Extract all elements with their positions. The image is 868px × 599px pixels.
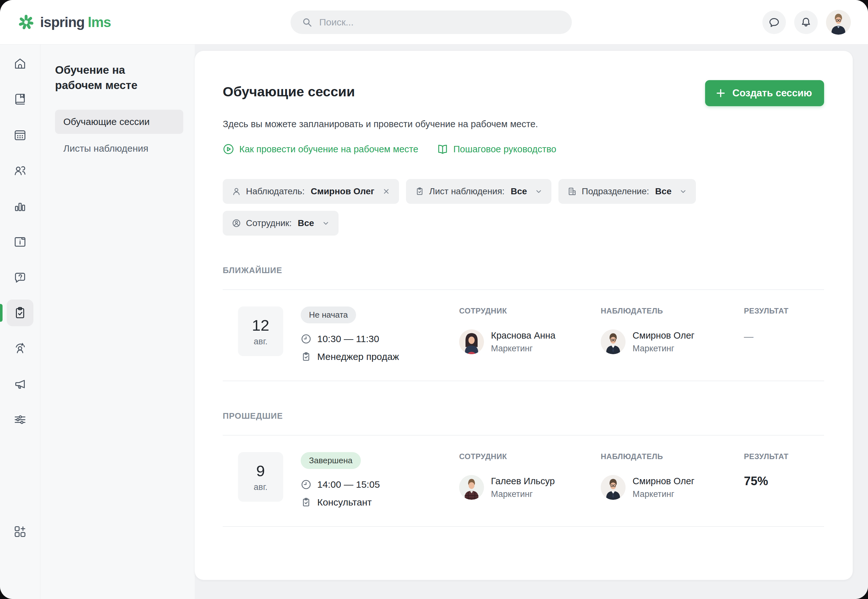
book-open-icon: [437, 143, 448, 155]
column-header-result: РЕЗУЛЬТАТ: [744, 452, 824, 461]
filter-department[interactable]: Подразделение:Все: [559, 179, 696, 204]
observer-name: Смирнов Олег: [633, 330, 694, 341]
employee-name: Галеев Ильсур: [491, 476, 555, 486]
checklist-icon: [415, 187, 424, 196]
column-header-observer: НАБЛЮДАТЕЛЬ: [601, 452, 744, 461]
chevron-down-icon: [322, 220, 330, 227]
panel-item-training-sessions[interactable]: Обучающие сессии: [55, 110, 183, 134]
sidebar-item-home[interactable]: [7, 50, 33, 77]
department-icon: [567, 187, 577, 196]
session-result: 75%: [744, 474, 824, 488]
icon-rail: [0, 45, 41, 599]
employee-name: Краснова Анна: [491, 330, 556, 341]
search-input[interactable]: [319, 17, 561, 28]
logo-flower-icon: [18, 14, 34, 30]
employee-department: Маркетинг: [491, 489, 555, 499]
session-result: —: [744, 331, 824, 342]
home-icon: [13, 56, 27, 71]
sidebar-item-questions[interactable]: [7, 264, 33, 290]
employee-person[interactable]: Галеев Ильсур Маркетинг: [459, 475, 601, 500]
user-avatar-image: [826, 10, 851, 35]
app-window: ispringlms: [0, 0, 868, 599]
sidebar-item-announcements[interactable]: [7, 371, 33, 397]
module-panel: Обучение на рабочем месте Обучающие сесс…: [41, 45, 195, 599]
page-subtitle: Здесь вы можете запланировать и провести…: [223, 119, 824, 129]
session-time: 10:30 — 11:30: [301, 334, 459, 344]
panel-item-observation-checklists[interactable]: Листы наблюдения: [55, 136, 183, 161]
bar-chart-icon: [13, 199, 27, 213]
session-row[interactable]: 12 авг. Не начата 10:3: [223, 290, 824, 381]
messages-button[interactable]: [762, 11, 786, 34]
employee-person[interactable]: Краснова Анна Маркетинг: [459, 330, 601, 354]
employee-circle-icon: [232, 218, 241, 228]
search-icon: [301, 17, 313, 28]
session-date: 9 авг.: [238, 452, 283, 502]
observer-department: Маркетинг: [633, 489, 694, 499]
status-badge: Не начата: [301, 307, 356, 324]
how-to-video-link[interactable]: Как провести обучение на рабочем месте: [223, 143, 418, 155]
section-past-label: ПРОШЕДШИЕ: [223, 411, 824, 421]
calendar-icon: [13, 128, 27, 142]
global-search: [290, 11, 572, 34]
observer-avatar: [601, 330, 625, 354]
sidebar-item-news[interactable]: [7, 228, 33, 255]
observer-person[interactable]: Смирнов Олег Маркетинг: [601, 330, 744, 354]
column-header-observer: НАБЛЮДАТЕЛЬ: [601, 307, 744, 315]
person-gauge-icon: [13, 341, 27, 356]
observer-department: Маркетинг: [633, 344, 694, 354]
page-title: Обучающие сессии: [223, 84, 355, 99]
megaphone-icon: [13, 377, 27, 391]
logo-wordmark: ispringlms: [40, 14, 111, 30]
sidebar-item-users[interactable]: [7, 157, 33, 184]
employee-avatar: [459, 330, 484, 354]
sidebar-item-library[interactable]: [7, 86, 33, 113]
chevron-down-icon: [679, 188, 687, 195]
book-icon: [13, 92, 27, 107]
notifications-button[interactable]: [794, 11, 818, 34]
filter-employee[interactable]: Сотрудник:Все: [223, 211, 338, 236]
chat-bubble-icon: [768, 16, 780, 29]
sidebar-item-performance[interactable]: [7, 335, 33, 362]
section-upcoming-label: БЛИЖАЙШИЕ: [223, 265, 824, 275]
column-header-result: РЕЗУЛЬТАТ: [744, 307, 824, 315]
user-avatar[interactable]: [826, 10, 851, 35]
remove-filter-icon[interactable]: [382, 188, 390, 195]
person-icon: [232, 187, 241, 196]
sidebar-item-reports[interactable]: [7, 193, 33, 220]
sidebar-item-apps[interactable]: [7, 518, 33, 545]
filter-observer[interactable]: Наблюдатель:Смирнов Олег: [223, 179, 399, 204]
session-checklist: Менеджер продаж: [301, 351, 459, 362]
plus-icon: [715, 88, 726, 99]
step-by-step-guide-link[interactable]: Пошаговое руководство: [437, 143, 557, 155]
observer-person[interactable]: Смирнов Олег Маркетинг: [601, 475, 744, 500]
sidebar-item-calendar[interactable]: [7, 122, 33, 148]
bell-icon: [800, 16, 812, 29]
question-bubble-icon: [13, 270, 27, 284]
observer-avatar: [601, 475, 625, 500]
session-time: 14:00 — 15:05: [301, 479, 459, 490]
session-checklist: Консультант: [301, 497, 459, 508]
main-area: Обучающие сессии Создать сессию Здесь вы…: [195, 45, 868, 599]
filters: Наблюдатель:Смирнов Олег: [223, 179, 824, 236]
create-session-button[interactable]: Создать сессию: [705, 80, 824, 106]
employee-department: Маркетинг: [491, 344, 556, 354]
chevron-down-icon: [535, 188, 542, 195]
checklist-icon: [301, 497, 311, 508]
content-card: Обучающие сессии Создать сессию Здесь вы…: [195, 51, 853, 580]
column-header-employee: СОТРУДНИК: [459, 307, 601, 315]
sidebar-item-on-the-job-training[interactable]: [7, 300, 33, 326]
module-title: Обучение на рабочем месте: [55, 62, 160, 93]
play-circle-icon: [223, 143, 234, 155]
filter-observation-checklist[interactable]: Лист наблюдения:Все: [406, 179, 552, 204]
top-bar: ispringlms: [0, 0, 868, 45]
clipboard-check-icon: [13, 306, 27, 320]
ispring-lms-logo[interactable]: ispringlms: [18, 14, 111, 30]
topbar-actions: [762, 10, 851, 35]
users-icon: [13, 163, 27, 178]
checklist-icon: [301, 351, 311, 362]
sliders-icon: [13, 412, 27, 427]
observer-name: Смирнов Олег: [633, 476, 694, 486]
session-row[interactable]: 9 авг. Завершена 14:00: [223, 436, 824, 527]
widgets-plus-icon: [13, 524, 27, 539]
sidebar-item-settings[interactable]: [7, 406, 33, 433]
